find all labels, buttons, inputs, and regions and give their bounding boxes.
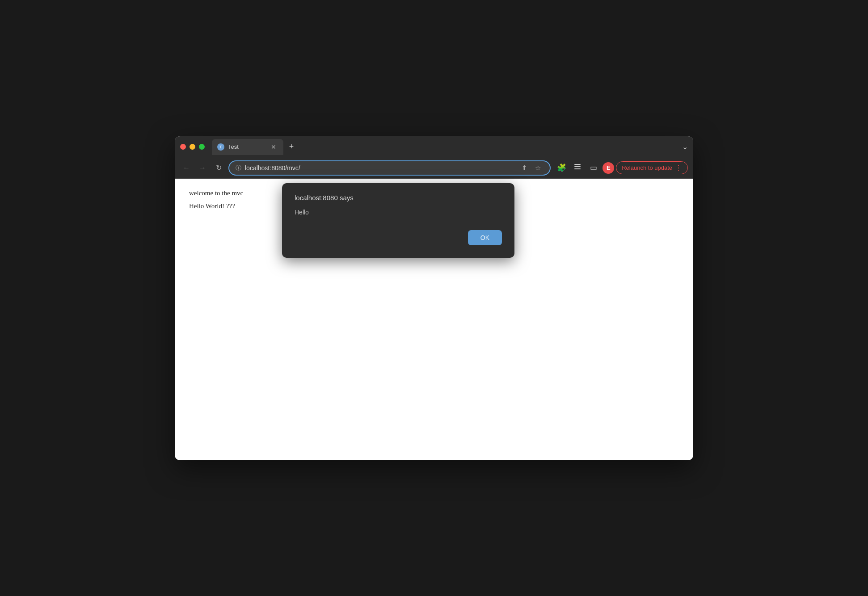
relaunch-label: Relaunch to update (622, 164, 672, 171)
maximize-button[interactable] (199, 144, 205, 150)
sidebar-button[interactable]: ▭ (586, 161, 601, 175)
close-button[interactable] (180, 144, 186, 150)
dialog-ok-button[interactable]: OK (468, 230, 502, 245)
back-icon: ← (183, 164, 190, 172)
puzzle-icon: 🧩 (557, 163, 566, 172)
tab-chevron-button[interactable]: ⌄ (682, 143, 688, 151)
tab-favicon: T (217, 143, 224, 151)
chevron-down-icon: ⌄ (682, 143, 688, 151)
info-icon: ⓘ (236, 164, 241, 172)
dialog-overlay: localhost:8080 says Hello OK (175, 179, 693, 460)
share-icon: ⬆ (522, 164, 527, 172)
dialog-message: Hello (295, 209, 502, 216)
forward-icon: → (199, 164, 206, 172)
profile-avatar[interactable]: E (603, 162, 614, 174)
tab-close-button[interactable]: ✕ (269, 143, 278, 151)
new-tab-button[interactable]: + (285, 141, 298, 153)
svg-rect-1 (574, 166, 581, 167)
active-tab[interactable]: T Test ✕ (212, 139, 283, 155)
reading-list-button[interactable] (570, 161, 585, 175)
dialog-actions: OK (295, 230, 502, 245)
bookmark-button[interactable]: ☆ (532, 162, 544, 174)
dialog-title: localhost:8080 says (295, 194, 502, 201)
url-input[interactable] (245, 164, 515, 172)
extensions-button[interactable]: 🧩 (554, 161, 569, 175)
tabs-row: T Test ✕ + ⌄ (212, 139, 688, 155)
address-bar[interactable]: ⓘ ⬆ ☆ (228, 160, 551, 176)
relaunch-button[interactable]: Relaunch to update ⋮ (616, 161, 688, 174)
svg-rect-2 (574, 168, 581, 169)
page-content: welcome to the mvc Hello World! ??? loca… (175, 179, 693, 460)
list-icon (573, 163, 581, 173)
svg-rect-0 (574, 164, 581, 165)
reload-icon: ↻ (216, 164, 222, 172)
browser-window: T Test ✕ + ⌄ ← → ↻ ⓘ ⬆ (175, 136, 693, 460)
back-button[interactable]: ← (180, 162, 193, 174)
share-button[interactable]: ⬆ (518, 162, 530, 174)
address-bar-row: ← → ↻ ⓘ ⬆ ☆ 🧩 (175, 158, 693, 179)
alert-dialog: localhost:8080 says Hello OK (282, 183, 514, 258)
forward-button[interactable]: → (196, 162, 209, 174)
star-icon: ☆ (535, 164, 541, 172)
sidebar-icon: ▭ (590, 163, 597, 172)
profile-letter: E (607, 164, 611, 171)
title-bar: T Test ✕ + ⌄ (175, 136, 693, 158)
more-icon: ⋮ (675, 164, 682, 172)
tab-label: Test (228, 143, 265, 150)
traffic-lights (180, 144, 205, 150)
address-actions: ⬆ ☆ (518, 162, 544, 174)
toolbar-actions: 🧩 ▭ E Relaunch to update ⋮ (554, 161, 688, 175)
minimize-button[interactable] (190, 144, 195, 150)
reload-button[interactable]: ↻ (212, 162, 225, 174)
